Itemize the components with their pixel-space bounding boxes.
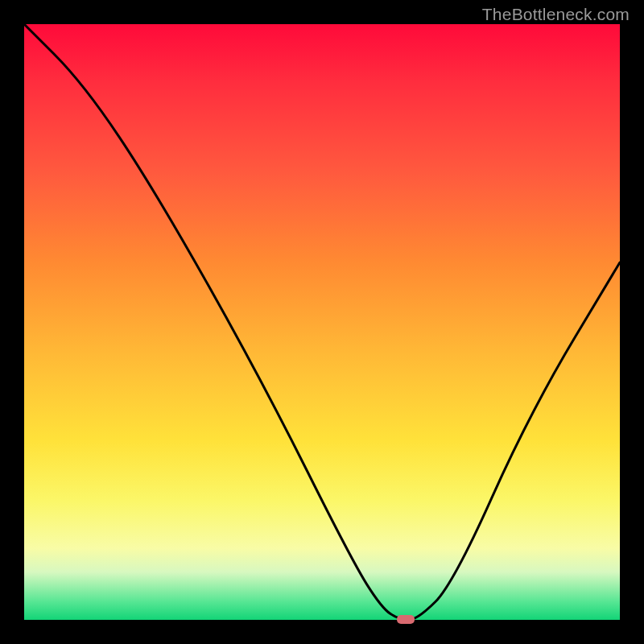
bottleneck-curve: [24, 24, 620, 620]
plot-area: [24, 24, 620, 620]
watermark-label: TheBottleneck.com: [482, 5, 630, 24]
optimum-marker: [397, 615, 415, 624]
chart-frame: TheBottleneck.com: [0, 0, 644, 644]
